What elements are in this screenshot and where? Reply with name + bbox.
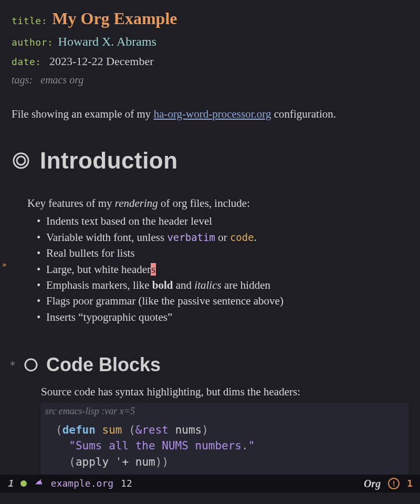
list-item: Real bullets for lists: [37, 245, 408, 261]
heading1-text: Introduction: [40, 144, 178, 177]
ml-error-count: 1: [407, 477, 413, 490]
fm-author-value: Howard X. Abrams: [58, 35, 156, 48]
code-inline: code: [230, 232, 254, 243]
frontmatter-date: date: 2023-12-22 December: [12, 53, 408, 70]
svg-point-0: [14, 153, 28, 168]
src-block[interactable]: (defun sum (&rest nums) "Sums all the NU…: [41, 419, 408, 473]
fm-date-key: date:: [12, 56, 41, 67]
frontmatter-tags: tags: emacs org: [12, 72, 408, 88]
list-item: Variable width font, unless verbatim or …: [37, 229, 408, 245]
fm-tags-value: emacs org: [40, 74, 83, 86]
heading-introduction: Introduction: [12, 144, 408, 177]
intro-body: Key features of my rendering of org file…: [27, 195, 408, 326]
frontmatter-title: title: My Org Example: [12, 6, 408, 30]
svg-point-2: [25, 359, 37, 371]
heading2-bullet-icon: [23, 357, 39, 373]
docstring: "Sums all the NUMS numbers.": [69, 439, 255, 452]
verbatim-inline: verbatim: [167, 232, 215, 243]
frontmatter-author: author: Howard X. Abrams: [12, 33, 408, 51]
list-item: Flags poor grammar (like the passive sen…: [37, 293, 408, 309]
fm-date-value: 2023-12-22 December: [49, 55, 154, 68]
fm-title-value: My Org Example: [52, 9, 177, 28]
list-item: Inserts “typographic quotes”: [37, 309, 408, 325]
heading-asterisk: *: [9, 358, 16, 373]
list-item-cursor: Large, but white headers: [37, 261, 408, 277]
code-block-section: Source code has syntax highlighting, but…: [41, 384, 408, 489]
ml-modified-dot-icon: [20, 480, 27, 487]
fringe-arrow-icon: »: [2, 259, 6, 270]
intro-before: File showing an example of my: [12, 108, 154, 120]
src-block-header: src emacs-lisp :var x=5: [41, 403, 408, 419]
ml-error-icon[interactable]: !: [388, 478, 400, 489]
ml-window-number: 1: [7, 477, 13, 490]
bold-sample: bold: [152, 279, 173, 291]
key-features-line: Key features of my rendering of org file…: [27, 195, 408, 211]
svg-point-1: [17, 156, 25, 165]
ml-line-number: 12: [121, 477, 132, 490]
intro-after: configuration.: [271, 108, 336, 120]
editor-buffer[interactable]: title: My Org Example author: Howard X. …: [0, 0, 420, 489]
ml-unicorn-icon: [34, 477, 44, 490]
features-list: Indents text based on the header level V…: [37, 213, 408, 325]
minibuffer-area[interactable]: [0, 492, 420, 504]
cursor: s: [151, 263, 156, 276]
heading2-text: Code Blocks: [46, 351, 161, 379]
fm-title-key: title:: [12, 15, 47, 26]
list-item: Emphasis markers, like bold and italics …: [37, 277, 408, 293]
heading-bullet-icon: [12, 151, 30, 170]
ml-major-mode[interactable]: Org: [364, 476, 381, 491]
modeline[interactable]: 1 example.org 12 Org ! 1: [0, 475, 420, 492]
rendering-italic: rendering: [115, 197, 158, 209]
list-item: Indents text based on the header level: [37, 213, 408, 229]
fm-tags-key: tags:: [12, 74, 33, 86]
code-intro: Source code has syntax highlighting, but…: [41, 384, 408, 400]
intro-paragraph: File showing an example of my ha-org-wor…: [12, 106, 408, 122]
intro-link[interactable]: ha-org-word-processor.org: [154, 108, 271, 120]
ml-filename[interactable]: example.org: [51, 477, 113, 490]
fm-author-key: author:: [12, 37, 53, 48]
italic-sample: italics: [194, 279, 221, 291]
heading-code-blocks: * Code Blocks: [12, 351, 408, 379]
